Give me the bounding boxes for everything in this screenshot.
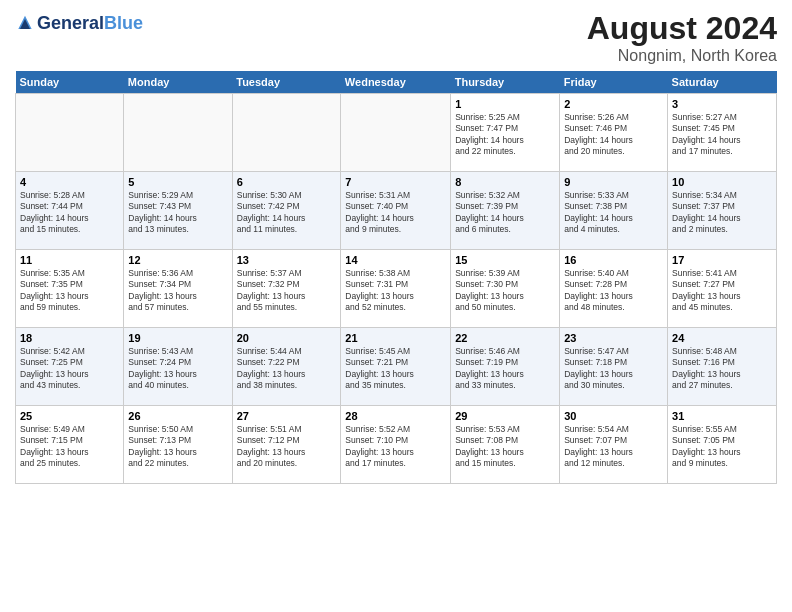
weekday-header-monday: Monday: [124, 71, 232, 94]
calendar-cell: 28Sunrise: 5:52 AM Sunset: 7:10 PM Dayli…: [341, 406, 451, 484]
calendar-cell: 31Sunrise: 5:55 AM Sunset: 7:05 PM Dayli…: [668, 406, 777, 484]
calendar-cell: 3Sunrise: 5:27 AM Sunset: 7:45 PM Daylig…: [668, 94, 777, 172]
calendar-cell: [124, 94, 232, 172]
calendar-cell: 21Sunrise: 5:45 AM Sunset: 7:21 PM Dayli…: [341, 328, 451, 406]
calendar-cell: 18Sunrise: 5:42 AM Sunset: 7:25 PM Dayli…: [16, 328, 124, 406]
title-block: August 2024 Nongnim, North Korea: [587, 10, 777, 65]
day-number: 28: [345, 410, 446, 422]
weekday-header-saturday: Saturday: [668, 71, 777, 94]
calendar-cell: 14Sunrise: 5:38 AM Sunset: 7:31 PM Dayli…: [341, 250, 451, 328]
day-number: 6: [237, 176, 337, 188]
week-row-2: 4Sunrise: 5:28 AM Sunset: 7:44 PM Daylig…: [16, 172, 777, 250]
day-info: Sunrise: 5:33 AM Sunset: 7:38 PM Dayligh…: [564, 190, 663, 236]
day-number: 18: [20, 332, 119, 344]
week-row-4: 18Sunrise: 5:42 AM Sunset: 7:25 PM Dayli…: [16, 328, 777, 406]
day-info: Sunrise: 5:55 AM Sunset: 7:05 PM Dayligh…: [672, 424, 772, 470]
day-info: Sunrise: 5:38 AM Sunset: 7:31 PM Dayligh…: [345, 268, 446, 314]
day-number: 17: [672, 254, 772, 266]
day-number: 8: [455, 176, 555, 188]
day-info: Sunrise: 5:41 AM Sunset: 7:27 PM Dayligh…: [672, 268, 772, 314]
calendar-cell: 24Sunrise: 5:48 AM Sunset: 7:16 PM Dayli…: [668, 328, 777, 406]
calendar-table: SundayMondayTuesdayWednesdayThursdayFrid…: [15, 71, 777, 484]
day-info: Sunrise: 5:52 AM Sunset: 7:10 PM Dayligh…: [345, 424, 446, 470]
weekday-header-tuesday: Tuesday: [232, 71, 341, 94]
day-number: 1: [455, 98, 555, 110]
day-info: Sunrise: 5:48 AM Sunset: 7:16 PM Dayligh…: [672, 346, 772, 392]
day-number: 14: [345, 254, 446, 266]
day-number: 20: [237, 332, 337, 344]
weekday-header-row: SundayMondayTuesdayWednesdayThursdayFrid…: [16, 71, 777, 94]
calendar-cell: 29Sunrise: 5:53 AM Sunset: 7:08 PM Dayli…: [451, 406, 560, 484]
calendar-cell: 2Sunrise: 5:26 AM Sunset: 7:46 PM Daylig…: [560, 94, 668, 172]
day-number: 13: [237, 254, 337, 266]
day-number: 9: [564, 176, 663, 188]
calendar-cell: 20Sunrise: 5:44 AM Sunset: 7:22 PM Dayli…: [232, 328, 341, 406]
weekday-header-thursday: Thursday: [451, 71, 560, 94]
day-number: 5: [128, 176, 227, 188]
day-number: 29: [455, 410, 555, 422]
day-info: Sunrise: 5:51 AM Sunset: 7:12 PM Dayligh…: [237, 424, 337, 470]
day-info: Sunrise: 5:34 AM Sunset: 7:37 PM Dayligh…: [672, 190, 772, 236]
logo: GeneralBlue: [15, 14, 143, 34]
day-info: Sunrise: 5:35 AM Sunset: 7:35 PM Dayligh…: [20, 268, 119, 314]
calendar-cell: 23Sunrise: 5:47 AM Sunset: 7:18 PM Dayli…: [560, 328, 668, 406]
week-row-1: 1Sunrise: 5:25 AM Sunset: 7:47 PM Daylig…: [16, 94, 777, 172]
calendar-cell: 7Sunrise: 5:31 AM Sunset: 7:40 PM Daylig…: [341, 172, 451, 250]
day-number: 10: [672, 176, 772, 188]
day-number: 19: [128, 332, 227, 344]
calendar-cell: 6Sunrise: 5:30 AM Sunset: 7:42 PM Daylig…: [232, 172, 341, 250]
calendar-cell: 13Sunrise: 5:37 AM Sunset: 7:32 PM Dayli…: [232, 250, 341, 328]
day-number: 4: [20, 176, 119, 188]
day-info: Sunrise: 5:50 AM Sunset: 7:13 PM Dayligh…: [128, 424, 227, 470]
day-number: 26: [128, 410, 227, 422]
calendar-cell: 30Sunrise: 5:54 AM Sunset: 7:07 PM Dayli…: [560, 406, 668, 484]
calendar-cell: 25Sunrise: 5:49 AM Sunset: 7:15 PM Dayli…: [16, 406, 124, 484]
day-number: 31: [672, 410, 772, 422]
day-number: 24: [672, 332, 772, 344]
day-number: 30: [564, 410, 663, 422]
calendar-cell: 10Sunrise: 5:34 AM Sunset: 7:37 PM Dayli…: [668, 172, 777, 250]
day-number: 11: [20, 254, 119, 266]
page-container: GeneralBlue August 2024 Nongnim, North K…: [0, 0, 792, 494]
weekday-header-sunday: Sunday: [16, 71, 124, 94]
day-info: Sunrise: 5:31 AM Sunset: 7:40 PM Dayligh…: [345, 190, 446, 236]
day-number: 3: [672, 98, 772, 110]
day-info: Sunrise: 5:46 AM Sunset: 7:19 PM Dayligh…: [455, 346, 555, 392]
calendar-cell: 19Sunrise: 5:43 AM Sunset: 7:24 PM Dayli…: [124, 328, 232, 406]
calendar-cell: 8Sunrise: 5:32 AM Sunset: 7:39 PM Daylig…: [451, 172, 560, 250]
day-info: Sunrise: 5:49 AM Sunset: 7:15 PM Dayligh…: [20, 424, 119, 470]
day-info: Sunrise: 5:45 AM Sunset: 7:21 PM Dayligh…: [345, 346, 446, 392]
calendar-cell: 26Sunrise: 5:50 AM Sunset: 7:13 PM Dayli…: [124, 406, 232, 484]
calendar-cell: 9Sunrise: 5:33 AM Sunset: 7:38 PM Daylig…: [560, 172, 668, 250]
header: GeneralBlue August 2024 Nongnim, North K…: [15, 10, 777, 65]
calendar-cell: 12Sunrise: 5:36 AM Sunset: 7:34 PM Dayli…: [124, 250, 232, 328]
day-info: Sunrise: 5:44 AM Sunset: 7:22 PM Dayligh…: [237, 346, 337, 392]
day-number: 12: [128, 254, 227, 266]
day-number: 2: [564, 98, 663, 110]
day-number: 7: [345, 176, 446, 188]
calendar-cell: [232, 94, 341, 172]
day-info: Sunrise: 5:53 AM Sunset: 7:08 PM Dayligh…: [455, 424, 555, 470]
calendar-cell: [341, 94, 451, 172]
calendar-cell: 15Sunrise: 5:39 AM Sunset: 7:30 PM Dayli…: [451, 250, 560, 328]
week-row-5: 25Sunrise: 5:49 AM Sunset: 7:15 PM Dayli…: [16, 406, 777, 484]
calendar-cell: 1Sunrise: 5:25 AM Sunset: 7:47 PM Daylig…: [451, 94, 560, 172]
day-info: Sunrise: 5:28 AM Sunset: 7:44 PM Dayligh…: [20, 190, 119, 236]
day-info: Sunrise: 5:36 AM Sunset: 7:34 PM Dayligh…: [128, 268, 227, 314]
calendar-cell: 16Sunrise: 5:40 AM Sunset: 7:28 PM Dayli…: [560, 250, 668, 328]
day-info: Sunrise: 5:43 AM Sunset: 7:24 PM Dayligh…: [128, 346, 227, 392]
subtitle: Nongnim, North Korea: [587, 47, 777, 65]
day-number: 22: [455, 332, 555, 344]
day-info: Sunrise: 5:40 AM Sunset: 7:28 PM Dayligh…: [564, 268, 663, 314]
logo-text: GeneralBlue: [37, 14, 143, 34]
day-info: Sunrise: 5:37 AM Sunset: 7:32 PM Dayligh…: [237, 268, 337, 314]
calendar-cell: 27Sunrise: 5:51 AM Sunset: 7:12 PM Dayli…: [232, 406, 341, 484]
week-row-3: 11Sunrise: 5:35 AM Sunset: 7:35 PM Dayli…: [16, 250, 777, 328]
day-number: 15: [455, 254, 555, 266]
day-number: 25: [20, 410, 119, 422]
calendar-cell: 22Sunrise: 5:46 AM Sunset: 7:19 PM Dayli…: [451, 328, 560, 406]
day-info: Sunrise: 5:26 AM Sunset: 7:46 PM Dayligh…: [564, 112, 663, 158]
day-info: Sunrise: 5:47 AM Sunset: 7:18 PM Dayligh…: [564, 346, 663, 392]
day-info: Sunrise: 5:29 AM Sunset: 7:43 PM Dayligh…: [128, 190, 227, 236]
day-info: Sunrise: 5:32 AM Sunset: 7:39 PM Dayligh…: [455, 190, 555, 236]
